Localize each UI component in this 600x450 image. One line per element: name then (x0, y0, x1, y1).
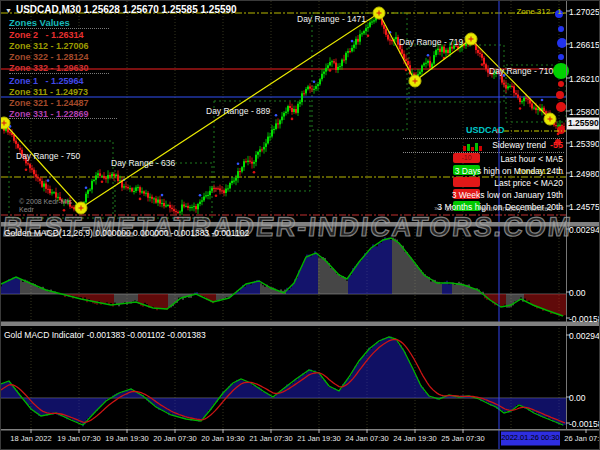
signal-dot (558, 81, 564, 87)
candle-up (279, 120, 281, 124)
candle-up (325, 68, 327, 72)
candle-down (187, 206, 189, 208)
panel-separator (1, 222, 600, 227)
candle-up (115, 175, 117, 177)
candle-up (57, 197, 59, 198)
candle-up (63, 202, 65, 203)
candle-up (91, 181, 93, 190)
candle-down (479, 53, 481, 54)
candle-down (15, 141, 17, 144)
candle-down (213, 188, 215, 189)
candle-down (513, 86, 515, 93)
candle-up (107, 175, 109, 179)
mid-macd-line (1, 238, 563, 316)
candle-up (301, 93, 303, 102)
candle-up (123, 186, 125, 187)
candle-up (193, 206, 195, 207)
candle-up (145, 193, 147, 194)
candle-down (139, 187, 141, 192)
candle-down (517, 95, 519, 98)
signal-dot (558, 26, 564, 32)
candle-down (27, 163, 29, 164)
candle-down (387, 35, 389, 40)
candle-up (355, 39, 357, 45)
candle-up (521, 101, 523, 102)
candle-up (153, 198, 155, 199)
candle-down (169, 205, 171, 208)
price-axis-drag-zone[interactable] (566, 1, 600, 429)
candle-down (397, 37, 399, 45)
candle-up (323, 72, 325, 74)
candle-down (543, 108, 545, 112)
fractal-down-dot (215, 195, 218, 198)
fractal-up-dot (427, 54, 430, 57)
candle-up (419, 72, 421, 74)
candle-up (263, 147, 265, 150)
candle-down (143, 191, 145, 193)
candle-up (179, 212, 181, 213)
candle-up (367, 27, 369, 28)
candle-up (161, 203, 163, 204)
panel-separator (1, 322, 600, 327)
candle-up (189, 207, 191, 208)
candle-down (215, 188, 217, 189)
candle-down (131, 188, 133, 191)
fractal-down-dot (291, 118, 294, 121)
candle-down (343, 60, 345, 61)
fractal-up-dot (351, 40, 354, 43)
candle-up (495, 72, 497, 74)
fractal-down-dot (139, 198, 142, 201)
candle-down (519, 98, 521, 102)
candle-up (427, 61, 429, 63)
candle-up (119, 180, 121, 181)
signal-dot (555, 10, 563, 18)
candle-up (321, 74, 323, 79)
candle-down (405, 59, 407, 61)
candle-up (559, 125, 561, 126)
candle-down (65, 202, 67, 203)
candle-down (447, 50, 449, 53)
candle-down (183, 205, 185, 207)
candle-down (17, 144, 19, 148)
time-axis-drag-zone[interactable] (1, 429, 600, 450)
candle-down (531, 104, 533, 109)
candle-up (425, 63, 427, 64)
candle-down (335, 63, 337, 70)
candle-down (401, 49, 403, 54)
candle-up (237, 171, 239, 178)
fractal-down-dot (177, 217, 180, 220)
candle-down (171, 208, 173, 209)
candle-down (407, 61, 409, 65)
candle-down (515, 93, 517, 95)
candle-down (511, 86, 513, 87)
candle-up (259, 149, 261, 152)
candle-up (265, 143, 267, 147)
fractal-up-dot (199, 194, 202, 197)
candle-down (309, 87, 311, 89)
candle-up (199, 202, 201, 204)
candle-down (221, 190, 223, 191)
candle-down (177, 212, 179, 213)
candle-down (117, 175, 119, 181)
chart-canvas[interactable] (1, 1, 600, 450)
candle-up (331, 61, 333, 62)
candle-down (555, 125, 557, 126)
candle-up (315, 86, 317, 89)
candle-up (247, 161, 249, 162)
candle-up (433, 55, 435, 64)
candle-down (503, 83, 505, 85)
candle-down (389, 40, 391, 41)
candle-down (527, 99, 529, 100)
candle-down (39, 179, 41, 181)
candle-up (371, 22, 373, 23)
fractal-up-dot (85, 186, 88, 189)
candle-up (241, 167, 243, 171)
candle-up (347, 51, 349, 53)
candle-down (277, 123, 279, 124)
candle-down (41, 181, 43, 187)
candle-up (423, 63, 425, 65)
candle-up (345, 53, 347, 60)
candle-down (349, 51, 351, 52)
candle-up (307, 87, 309, 90)
candle-up (149, 197, 151, 198)
